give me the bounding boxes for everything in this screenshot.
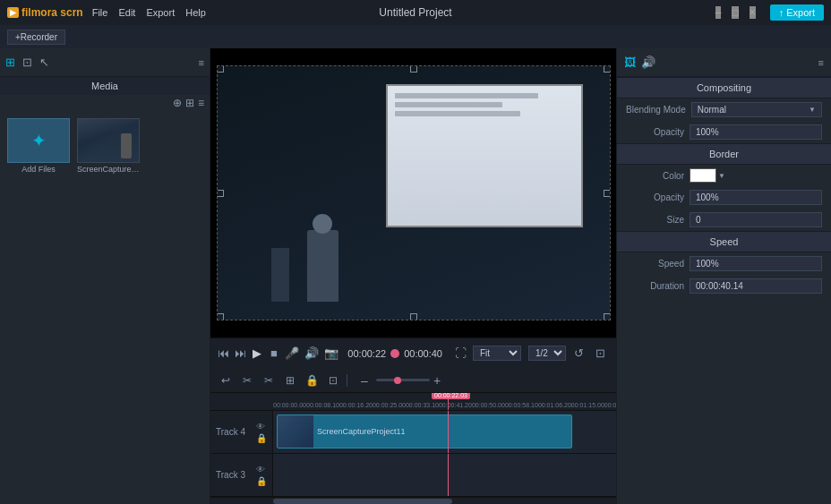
- track-3-lock-icon[interactable]: 🔒: [256, 476, 267, 486]
- cut-button[interactable]: ✂: [261, 372, 277, 389]
- fullscreen-button[interactable]: ⛶: [451, 345, 469, 363]
- skip-to-start-button[interactable]: ⏮: [218, 345, 229, 363]
- zoom-slider-dot: [394, 377, 401, 384]
- window-title: Untitled Project: [379, 6, 451, 19]
- menu-help[interactable]: Help: [185, 7, 206, 18]
- border-opacity-value[interactable]: 100%: [690, 190, 822, 205]
- size-text: 0: [696, 215, 701, 225]
- resize-handle-bl[interactable]: [217, 313, 224, 320]
- undo-button[interactable]: ↩: [218, 372, 234, 389]
- cursor-tab-icon[interactable]: ↖: [39, 56, 49, 69]
- color-swatch[interactable]: [690, 168, 716, 183]
- track-4-icons: 👁 🔒: [256, 422, 267, 443]
- properties-tab-icon[interactable]: 🖼: [624, 56, 636, 69]
- blending-mode-value[interactable]: Normal ▼: [691, 102, 822, 117]
- zoom-select[interactable]: Fit 25% 50% 75% 100%: [473, 346, 521, 361]
- color-picker[interactable]: ▼: [690, 168, 725, 183]
- duration-text: 00:00:40.14: [696, 281, 743, 291]
- track-4-content[interactable]: ScreenCaptureProject11: [273, 411, 616, 453]
- track-4-eye-icon[interactable]: 👁: [256, 422, 267, 431]
- track-4-clip[interactable]: ScreenCaptureProject11: [277, 414, 572, 448]
- zoom-slider[interactable]: [376, 379, 430, 381]
- blending-mode-row: Blending Mode Normal ▼: [617, 98, 831, 121]
- track-3-content[interactable]: [273, 454, 616, 496]
- track-3-icons: 👁 🔒: [256, 465, 267, 486]
- zoom-out-button[interactable]: –: [356, 372, 373, 389]
- minimize-button[interactable]: –: [715, 6, 722, 19]
- ruler-label-6: 00:00:50.00: [472, 402, 505, 410]
- add-files-item[interactable]: ✦ Add Files: [7, 118, 70, 497]
- media-item-1-label: ScreenCapturePro...: [77, 165, 140, 174]
- audio-tab-icon[interactable]: 🔊: [641, 56, 655, 69]
- size-value[interactable]: 0: [690, 212, 822, 227]
- ruler-tick-6: 00:00:50.00: [472, 402, 505, 410]
- menu-export[interactable]: Export: [146, 7, 175, 18]
- border-section-title: Border: [617, 143, 831, 165]
- center-area: ⏮ ⏭ ▶ ■ 🎤 🔊 📷 00:00:22 00:00:40 ⛶ Fit 2: [210, 48, 616, 368]
- ruler-label-8: 00:01:06.20: [538, 402, 571, 410]
- color-row: Color ▼: [617, 165, 831, 186]
- screen-content: [388, 86, 581, 226]
- ruler-tick-2: 00:00:16.20: [339, 402, 373, 410]
- speed-label: Speed: [626, 259, 684, 269]
- copy-button[interactable]: ⊞: [282, 372, 298, 389]
- speed-value[interactable]: 100%: [690, 256, 822, 271]
- thumbnail-tab-icon[interactable]: ⊡: [22, 56, 32, 69]
- mic-button[interactable]: 🎤: [285, 345, 299, 363]
- recorder-button[interactable]: +Recorder: [7, 30, 65, 45]
- preview-video: [217, 65, 611, 320]
- volume-button[interactable]: 🔊: [304, 345, 319, 363]
- close-button[interactable]: ×: [750, 6, 756, 19]
- h-scroll-thumb[interactable]: [273, 499, 452, 504]
- resize-handle-tr[interactable]: [604, 65, 611, 73]
- media-thumb-1: [77, 118, 140, 163]
- right-panel-content: Compositing Blending Mode Normal ▼ Opaci…: [617, 77, 831, 504]
- grid-view-icon[interactable]: ⊞: [185, 97, 194, 109]
- prev-frame-button[interactable]: ⏭: [235, 345, 246, 363]
- zoom-in-button[interactable]: +: [433, 373, 441, 388]
- screen-lines: [388, 86, 581, 127]
- color-dropdown-arrow: ▼: [718, 172, 725, 180]
- snap-button[interactable]: ⊡: [325, 372, 341, 389]
- resize-handle-tl[interactable]: [217, 65, 224, 73]
- stop-button[interactable]: ■: [269, 345, 280, 363]
- playhead-time-label: 00:00:22.03: [432, 393, 470, 399]
- resize-handle-tm[interactable]: [410, 65, 417, 73]
- lock-button[interactable]: 🔒: [304, 372, 320, 389]
- panel-menu-icon[interactable]: ≡: [199, 57, 204, 68]
- right-panel-menu-icon[interactable]: ≡: [818, 57, 824, 68]
- redo-button[interactable]: ✂: [239, 372, 255, 389]
- current-timecode: 00:00:22: [347, 348, 386, 359]
- export-button[interactable]: ↑ Export: [770, 4, 824, 21]
- media-tab-icon[interactable]: ⊞: [5, 56, 15, 69]
- clip-thumbnail: [278, 415, 313, 448]
- crop-button[interactable]: ⊡: [591, 345, 609, 363]
- menu-file[interactable]: File: [92, 7, 108, 18]
- size-label: Size: [626, 215, 684, 225]
- ruler-tick-3: 00:00:25.00: [373, 402, 406, 410]
- new-folder-icon[interactable]: ⊕: [173, 97, 182, 109]
- resize-handle-br[interactable]: [604, 313, 611, 320]
- resize-handle-bm[interactable]: [410, 313, 417, 320]
- compositing-opacity-value[interactable]: 100%: [690, 124, 822, 140]
- timeline-h-scrollbar[interactable]: [210, 497, 616, 504]
- recorder-bar: +Recorder: [0, 25, 831, 48]
- resize-handle-mr[interactable]: [604, 190, 611, 197]
- media-grid: ✦ Add Files ScreenCapturePro...: [0, 111, 210, 504]
- duration-value[interactable]: 00:00:40.14: [690, 278, 822, 294]
- ratio-select[interactable]: 1/2 1/1: [528, 346, 566, 361]
- blending-mode-label: Blending Mode: [626, 105, 686, 115]
- media-item-1[interactable]: ScreenCapturePro...: [77, 118, 140, 497]
- compositing-opacity-label: Opacity: [626, 127, 684, 137]
- list-view-icon[interactable]: ≡: [198, 97, 204, 109]
- camera-button[interactable]: 📷: [324, 345, 338, 363]
- screen-line-2: [395, 102, 502, 107]
- menu-edit[interactable]: Edit: [118, 7, 135, 18]
- track-3-eye-icon[interactable]: 👁: [256, 465, 267, 474]
- play-button[interactable]: ▶: [252, 345, 263, 363]
- track-4-lock-icon[interactable]: 🔒: [256, 433, 267, 443]
- rewind-button[interactable]: ↺: [570, 345, 587, 363]
- speed-row: Speed 100%: [617, 252, 831, 275]
- resize-handle-ml[interactable]: [217, 190, 224, 197]
- maximize-button[interactable]: □: [732, 6, 738, 19]
